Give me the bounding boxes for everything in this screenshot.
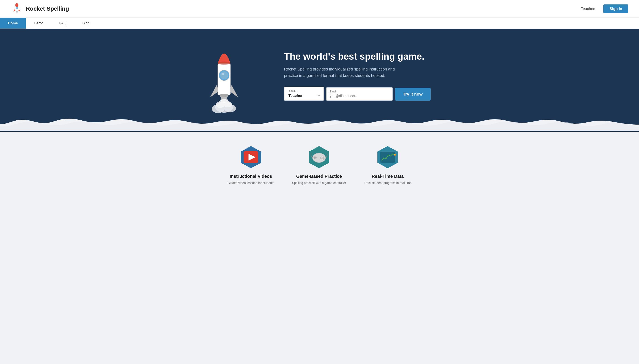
rocket-illustration xyxy=(200,38,248,113)
hero-section: The world's best spelling game. Rocket S… xyxy=(0,29,639,132)
cloud-decoration xyxy=(0,111,639,132)
svg-point-31 xyxy=(322,158,324,160)
nav-item-demo[interactable]: Demo xyxy=(26,18,51,28)
svg-point-28 xyxy=(322,156,324,158)
nav-item-blog[interactable]: Blog xyxy=(74,18,97,28)
feature-desc-game: Spelling practice with a game controller xyxy=(292,181,346,185)
svg-point-16 xyxy=(220,72,228,79)
teachers-link[interactable]: Teachers xyxy=(581,7,596,11)
try-it-now-button[interactable]: Try it now xyxy=(395,88,431,101)
svg-point-5 xyxy=(16,12,18,14)
feature-icon-game xyxy=(307,145,331,169)
email-input[interactable] xyxy=(330,94,389,98)
sign-in-button[interactable]: Sign In xyxy=(603,4,628,13)
logo-area: Rocket Spelling xyxy=(11,3,69,15)
svg-point-35 xyxy=(395,154,395,155)
hero-form: I am a... Teacher Student Parent Email: … xyxy=(284,87,439,101)
features-section: Instructional Videos Guided video lesson… xyxy=(0,132,639,194)
header: Rocket Spelling Teachers Sign In xyxy=(0,0,639,18)
role-select[interactable]: Teacher Student Parent xyxy=(287,93,321,98)
hero-content: The world's best spelling game. Rocket S… xyxy=(186,38,453,114)
feature-icon-data xyxy=(375,145,400,169)
logo-title: Rocket Spelling xyxy=(26,5,69,12)
feature-desc-videos: Guided video lessons for students xyxy=(227,181,274,185)
header-right: Teachers Sign In xyxy=(581,4,628,13)
svg-point-30 xyxy=(321,157,322,159)
hero-title: The world's best spelling game. xyxy=(284,51,439,62)
svg-rect-33 xyxy=(380,152,395,163)
svg-rect-19 xyxy=(221,97,227,99)
feature-card-videos: Instructional Videos Guided video lesson… xyxy=(227,145,274,185)
feature-icon-videos xyxy=(239,145,263,169)
svg-point-17 xyxy=(221,73,224,75)
svg-rect-18 xyxy=(220,94,228,97)
svg-point-3 xyxy=(16,7,18,9)
feature-card-data: Real-Time Data Track student progress in… xyxy=(364,145,412,185)
logo-icon xyxy=(11,3,23,15)
role-select-wrapper: I am a... Teacher Student Parent xyxy=(284,87,324,101)
nav-item-faq[interactable]: FAQ xyxy=(51,18,74,28)
main-nav: Home Demo FAQ Blog xyxy=(0,18,639,29)
feature-card-game: Game-Based Practice Spelling practice wi… xyxy=(292,145,346,185)
nav-item-home[interactable]: Home xyxy=(0,18,26,28)
svg-point-14 xyxy=(218,62,230,64)
feature-title-data: Real-Time Data xyxy=(372,174,404,179)
hero-subtitle: Rocket Spelling provides individualized … xyxy=(284,66,408,79)
feature-title-videos: Instructional Videos xyxy=(230,174,272,179)
feature-desc-data: Track student progress in real time xyxy=(364,181,412,185)
feature-title-game: Game-Based Practice xyxy=(296,174,342,179)
hero-rocket-area xyxy=(200,38,271,114)
role-label: I am a... xyxy=(287,89,321,92)
svg-point-29 xyxy=(324,157,325,159)
email-label: Email: xyxy=(330,90,389,93)
svg-rect-27 xyxy=(314,156,315,160)
email-wrapper: Email: xyxy=(326,87,393,101)
hero-text-area: The world's best spelling game. Rocket S… xyxy=(284,51,439,101)
